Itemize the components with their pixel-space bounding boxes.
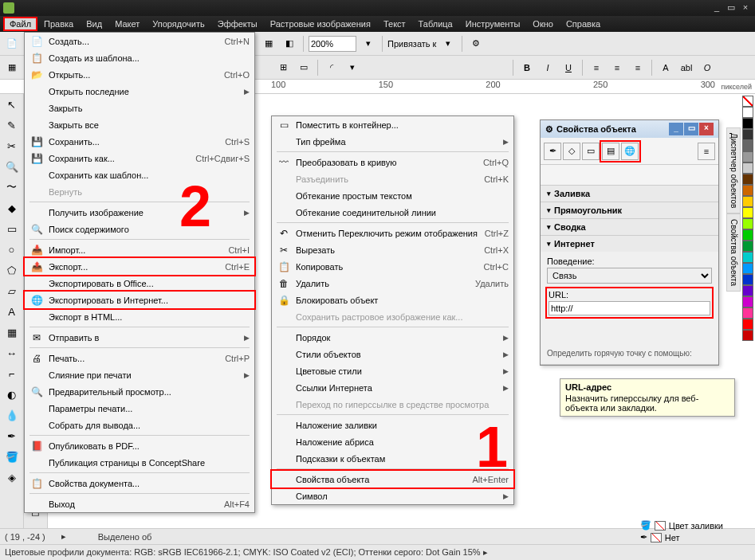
context-menu-item[interactable]: ↶Отменить Переключить режим отображенияC… [272,225,513,241]
file-menu-item[interactable]: Экспортировать в Office... [25,275,254,292]
tab-transparency-icon[interactable]: ▭ [582,143,600,160]
file-menu-item[interactable]: 📕Опубликовать в PDF... [25,437,254,454]
color-swatch[interactable] [742,163,753,174]
italic-icon[interactable]: I [539,59,556,76]
interactive-tool-icon[interactable]: ◐ [2,385,22,404]
color-swatch[interactable] [742,185,753,196]
file-menu-item[interactable]: ВыходAlt+F4 [25,495,254,512]
menu-window[interactable]: Окно [526,18,560,30]
rectangle-tool-icon[interactable]: ▭ [2,219,22,238]
color-swatch[interactable] [742,296,753,307]
connector-tool-icon[interactable]: ⌐ [2,364,22,383]
context-menu-item[interactable]: Цветовые стили▶ [272,362,513,379]
context-menu-item[interactable]: ✂ВырезатьCtrl+X [272,241,513,258]
tab-outline-icon[interactable]: ✒ [544,143,561,160]
zoom-tool-icon[interactable]: 🔍 [2,157,22,176]
menu-layout[interactable]: Макет [108,18,146,30]
context-menu-item[interactable]: Символ▶ [272,488,513,504]
file-menu-item[interactable]: Слияние при печати▶ [25,366,254,383]
abl-icon[interactable]: abl [678,59,695,76]
file-menu-item[interactable]: Сохранить как шаблон... [25,166,254,183]
polygon-tool-icon[interactable]: ⬠ [2,260,22,280]
zoom-dropdown-icon[interactable]: ▾ [360,35,377,53]
file-menu-item[interactable]: 📂Открыть...Ctrl+O [25,66,254,83]
tab-frame-icon[interactable]: ▤ [602,143,619,160]
table-tool-icon[interactable]: ▦ [2,323,22,342]
freehand-tool-icon[interactable]: 〜 [2,178,22,197]
basic-shapes-icon[interactable]: ▱ [2,281,22,300]
file-menu-item[interactable]: 🔍Поиск содержимого [25,221,254,237]
new-doc-icon[interactable]: 📄 [3,35,21,53]
file-menu-item[interactable]: 🖨Печать...Ctrl+P [25,350,254,366]
menu-effects[interactable]: Эффекты [211,18,264,30]
color-swatch[interactable] [742,274,753,285]
context-menu-item[interactable]: Переход по гиперссылке в средстве просмо… [272,396,513,413]
panel-max-button[interactable]: ▭ [684,123,698,135]
file-menu-item[interactable]: 📤Экспорт...Ctrl+E [25,258,254,275]
file-menu-item[interactable]: 📥Импорт...Ctrl+I [25,241,254,258]
file-menu-item[interactable]: Вернуть [25,183,254,200]
color-swatch[interactable] [742,140,753,151]
color-swatch[interactable] [742,285,753,296]
menu-text[interactable]: Текст [377,18,412,30]
color-swatch[interactable] [742,307,753,319]
color-swatch[interactable] [742,107,753,118]
menu-file[interactable]: Файл [3,17,37,31]
color-swatch[interactable] [742,218,753,229]
context-menu-item[interactable]: Обтекание соединительной линии [272,204,513,221]
interactive-fill-icon[interactable]: ◈ [2,468,22,487]
file-menu-item[interactable]: 📋Свойства документа... [25,475,254,491]
file-menu-item[interactable]: Закрыть все [25,116,254,133]
color-swatch[interactable] [742,229,753,241]
context-menu-item[interactable]: 📋КопироватьCtrl+C [272,258,513,275]
close-button[interactable]: × [739,2,752,14]
file-menu-item[interactable]: ✉Отправить в▶ [25,329,254,346]
menu-table[interactable]: Таблица [412,18,459,30]
menu-help[interactable]: Справка [560,18,607,30]
grid-icon[interactable]: ▦ [3,59,21,76]
align-right-icon[interactable]: ≡ [629,59,647,76]
context-menu-item[interactable]: 🗑УдалитьУдалить [272,275,513,292]
url-input[interactable] [549,301,710,315]
context-menu-item[interactable]: 〰Преобразовать в кривуюCtrl+Q [272,154,513,170]
file-menu-item[interactable]: Собрать для вывода... [25,417,254,433]
file-menu-item[interactable]: Закрыть [25,100,254,116]
context-menu-item[interactable]: Стили объектов▶ [272,346,513,362]
bold-icon[interactable]: B [518,59,536,76]
vtab-object-manager[interactable]: Диспетчер объектов [726,127,741,213]
context-menu-item[interactable]: ▭Поместить в контейнер... [272,116,513,133]
options-icon[interactable]: ⚙ [467,35,485,53]
text-icon[interactable]: A [657,59,674,76]
file-menu-item[interactable]: 🌐Экспортировать в Интернет... [25,292,254,308]
menu-edit[interactable]: Правка [37,18,80,30]
file-menu-item[interactable]: Открыть последние▶ [25,83,254,100]
shape-tool-icon[interactable]: ✎ [2,116,22,135]
color-swatch[interactable] [742,319,753,330]
color-swatch[interactable] [742,241,753,252]
options-o-icon[interactable]: O [698,59,716,76]
ellipse-tool-icon[interactable]: ○ [2,240,22,259]
file-menu-item[interactable]: Публикация страницы в ConceptShare [25,454,254,471]
file-menu-item[interactable]: 🔍Предварительный просмотр... [25,383,254,400]
outline-tool-icon[interactable]: ✒ [2,426,22,445]
file-menu-item[interactable]: Экспорт в HTML... [25,308,254,325]
pick-tool-icon[interactable]: ↖ [2,95,22,114]
context-menu-item[interactable]: 🔒Блокировать объект [272,292,513,308]
file-menu-item[interactable]: Параметры печати... [25,400,254,417]
color-swatch[interactable] [742,151,753,163]
no-color-swatch[interactable] [742,96,753,107]
eyedropper-tool-icon[interactable]: 💧 [2,405,22,425]
section-summary[interactable]: Сводка [541,219,718,235]
color-swatch[interactable] [742,252,753,263]
crop-tool-icon[interactable]: ✂ [2,136,22,155]
file-menu-item[interactable]: Получить изображение▶ [25,204,254,221]
zoom-input[interactable] [309,36,356,52]
menu-view[interactable]: Вид [80,18,108,30]
text-tool-icon[interactable]: A [2,302,22,321]
color-swatch[interactable] [742,129,753,140]
corner-icon[interactable]: ◜ [323,59,340,76]
context-menu-item[interactable]: РазъединитьCtrl+K [272,170,513,187]
color-swatch[interactable] [742,174,753,185]
align-left-icon[interactable]: ≡ [588,59,605,76]
dimension-tool-icon[interactable]: ↔ [2,343,22,362]
